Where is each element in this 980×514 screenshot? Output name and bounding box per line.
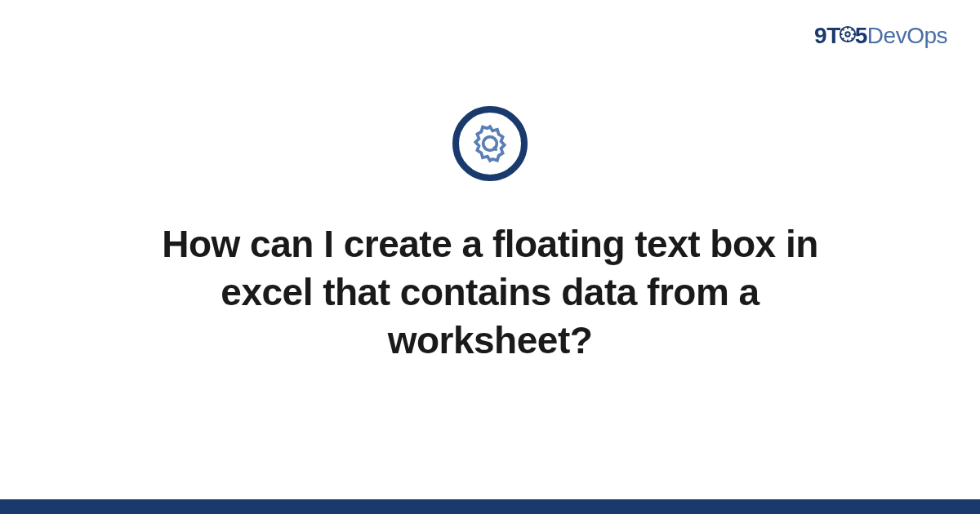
gear-icon <box>839 23 857 49</box>
logo-text-devops: DevOps <box>867 23 947 48</box>
logo-text-9t: 9T <box>814 23 840 48</box>
center-gear-badge <box>452 106 528 181</box>
site-logo: 9T 5DevOps <box>814 23 947 51</box>
svg-point-1 <box>845 32 850 37</box>
footer-bar <box>0 499 980 514</box>
main-content: How can I create a floating text box in … <box>0 106 980 365</box>
gear-icon <box>470 123 510 164</box>
logo-text-5: 5 <box>855 23 867 48</box>
question-title: How can I create a floating text box in … <box>122 220 858 365</box>
